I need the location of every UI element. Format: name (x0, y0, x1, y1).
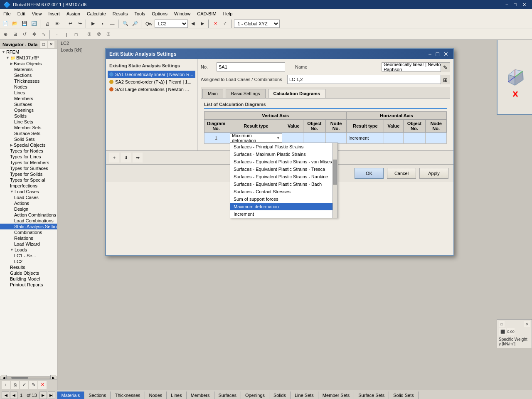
menu-window[interactable]: Window (171, 9, 194, 18)
nav-solidsets[interactable]: Solid Sets (0, 136, 57, 142)
nav-sections[interactable]: Sections (0, 72, 57, 78)
tb-prev-lc[interactable]: ◀ (188, 19, 197, 28)
assigned-field[interactable]: LC 1,2 ⊞ (287, 75, 450, 84)
tab-thicknesses[interactable]: Thicknesses (111, 392, 145, 399)
nav-load-cases-group[interactable]: ▼ Load Cases (0, 189, 57, 195)
tb2-line2[interactable]: | (62, 30, 71, 39)
tab-linesets[interactable]: Line Sets (291, 392, 318, 399)
tb-undo[interactable]: ↩ (66, 19, 75, 28)
dropdown-scrollbar-thumb[interactable] (333, 160, 337, 185)
cell-h-result[interactable]: Increment (347, 133, 384, 144)
tb-new[interactable]: 📄 (1, 19, 10, 28)
tb2-move[interactable]: ✥ (30, 30, 39, 39)
page-last[interactable]: ▶| (48, 392, 55, 399)
nav-basic-objects[interactable]: ▶ Basic Objects (0, 61, 57, 66)
nav-results[interactable]: Results (0, 264, 57, 270)
cell-v-node[interactable] (325, 133, 347, 144)
menu-calculate[interactable]: Calculate (84, 9, 109, 18)
tb-preview[interactable]: 👁 (52, 19, 62, 28)
tb2-2[interactable]: ② (94, 30, 103, 39)
tab-sections[interactable]: Sections (84, 392, 111, 399)
tb-save[interactable]: 💾 (20, 19, 29, 28)
tb-check[interactable]: ✓ (221, 19, 230, 28)
nav-scrollbar-thumb[interactable] (11, 377, 28, 379)
nav-static-analysis[interactable]: Static Analysis Settings (0, 224, 57, 229)
nav-loads-group[interactable]: ▼ Loads (0, 247, 57, 253)
nav-add-btn[interactable]: + (2, 381, 10, 389)
nav-linesets[interactable]: Line Sets (0, 119, 57, 125)
tb-run[interactable]: ✕ (211, 19, 220, 28)
dialog-nav-import[interactable]: ⬇ (121, 153, 131, 163)
nav-surfaces[interactable]: Surfaces (0, 101, 57, 107)
dropdown-item-4[interactable]: Surfaces - Equivalent Plastic Strains - … (230, 173, 337, 180)
tb-refresh[interactable]: 🔄 (30, 19, 39, 28)
nav-members[interactable]: Members (0, 96, 57, 101)
dropdown-item-2[interactable]: Surfaces - Equivalent Plastic Strains - … (230, 158, 337, 165)
tb-open[interactable]: 📂 (10, 19, 20, 28)
nav-types-solids[interactable]: Types for Solids (0, 171, 57, 177)
nav-scrollbar[interactable]: ◀ ▶ (0, 376, 57, 379)
dropdown-item-9[interactable]: Increment (230, 210, 337, 218)
tb2-rotate[interactable]: ↺ (20, 30, 29, 39)
nav-types-special[interactable]: Types for Special (0, 177, 57, 183)
lc-combo[interactable]: LC2 (155, 20, 188, 28)
nav-lc2[interactable]: LC2 (0, 259, 57, 264)
tb2-snap[interactable]: ⊕ (1, 30, 10, 39)
tab-main[interactable]: Main (202, 89, 223, 98)
nav-guide-objects[interactable]: Guide Objects (0, 270, 57, 276)
tab-basic-settings[interactable]: Basic Settings (226, 89, 266, 98)
menu-insert[interactable]: Insert (45, 9, 63, 18)
nav-close-btn[interactable]: ✕ (48, 41, 54, 48)
dropdown-selected[interactable]: Maximum deformation ▼ (230, 133, 282, 143)
table-row[interactable]: 1 Maximum deformation ▼ (204, 133, 447, 144)
nav-types-members[interactable]: Types for Members (0, 160, 57, 165)
tab-openings[interactable]: Openings (241, 392, 269, 399)
nav-lines[interactable]: Lines (0, 90, 57, 96)
nav-imperfections[interactable]: Imperfections (0, 183, 57, 189)
nav-combinations[interactable]: Combinations (0, 229, 57, 235)
nav-action-combinations[interactable]: Action Combinations (0, 212, 57, 218)
tab-calculation-diagrams[interactable]: Calculation Diagrams (268, 89, 325, 98)
cell-v-value[interactable] (284, 133, 303, 144)
rp-btn1[interactable]: ⬛ (499, 328, 506, 335)
tab-membersets[interactable]: Member Sets (318, 392, 354, 399)
nav-restore-btn[interactable]: □ (40, 41, 47, 48)
nav-membersets[interactable]: Member Sets (0, 125, 57, 131)
page-next[interactable]: ▶ (39, 392, 47, 399)
dropdown-item-8[interactable]: Maximum deformation (230, 203, 337, 210)
nav-special[interactable]: ▶ Special Objects (0, 142, 57, 148)
tb2-1[interactable]: ① (85, 30, 94, 39)
tab-solidsets[interactable]: Solid Sets (389, 392, 419, 399)
menu-options[interactable]: Options (148, 9, 171, 18)
tab-solids[interactable]: Solids (269, 392, 291, 399)
nav-thicknesses[interactable]: Thicknesses (0, 78, 57, 84)
nav-edit-btn[interactable]: ✎ (29, 381, 37, 389)
right-panel-restore[interactable]: □ (499, 321, 505, 327)
coord-combo[interactable]: 1 - Global XYZ (234, 20, 280, 28)
tab-members[interactable]: Members (187, 392, 214, 399)
page-prev[interactable]: ◀ (10, 392, 17, 399)
page-first[interactable]: |◀ (2, 392, 9, 399)
cell-v-result[interactable]: Maximum deformation ▼ Surfaces - Princip… (228, 133, 284, 144)
nav-load-combinations[interactable]: Load Combinations (0, 218, 57, 224)
dropdown-item-3[interactable]: Surfaces - Equivalent Plastic Strains - … (230, 165, 337, 173)
menu-assign[interactable]: Assign (63, 9, 84, 18)
dropdown-item-0[interactable]: Surfaces - Principal Plastic Strains (230, 143, 337, 150)
nav-rfem[interactable]: ▼ RFEM (0, 49, 57, 55)
cell-h-value[interactable] (384, 133, 403, 144)
dropdown-list[interactable]: Surfaces - Principal Plastic Strains Sur… (230, 143, 338, 218)
nav-solids[interactable]: Solids (0, 113, 57, 119)
nav-lc1[interactable]: LC1 - Se... (0, 253, 57, 259)
tab-materials[interactable]: Materials (57, 392, 85, 399)
cancel-button[interactable]: Cancel (387, 168, 416, 179)
dropdown-item-1[interactable]: Surfaces - Maximum Plastic Strains (230, 150, 337, 158)
close-btn[interactable]: ✕ (520, 0, 529, 9)
menu-edit[interactable]: Edit (14, 9, 29, 18)
tb-select[interactable]: ▶ (89, 19, 98, 28)
menu-results[interactable]: Results (109, 9, 131, 18)
tb-print[interactable]: 🖨 (43, 19, 52, 28)
dropdown-scrollbar[interactable] (332, 143, 337, 218)
menu-view[interactable]: View (29, 9, 45, 18)
analysis-item-sa3[interactable]: SA3 Large deformations | Newton-... (108, 86, 195, 93)
tb-zoom-out[interactable]: 🔎 (131, 19, 140, 28)
